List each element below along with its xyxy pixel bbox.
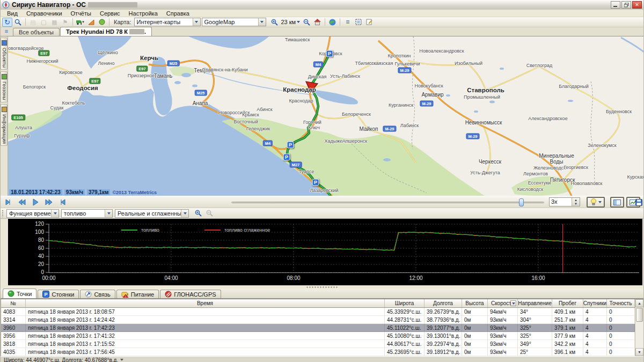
bottom-tab-4[interactable]: ГЛОНАСС/GPS [160, 290, 221, 298]
column-header-7[interactable]: Пробег [552, 299, 583, 307]
table-row[interactable]: 3818пятница 18 января 2013 г. 17:15:5244… [1, 340, 635, 348]
column-header-5[interactable]: Скорость [488, 299, 518, 307]
column-header-1[interactable]: Время [26, 299, 385, 307]
chevron-down-icon[interactable] [258, 18, 266, 26]
column-header-6[interactable]: Направление [518, 299, 552, 307]
map-info-overlay: 18.01.2013 17:42:23 93км/ч 379,1км ©2013… [9, 189, 157, 195]
skip-start-button[interactable] [3, 197, 14, 207]
spin-down-icon[interactable]: ▼ [572, 202, 580, 206]
panel-layout-button[interactable] [610, 197, 624, 208]
map-view[interactable]: ТимашевскКореновскКропоткинГулькевичиКав… [8, 36, 643, 196]
clear-icon[interactable]: ▦ [49, 18, 60, 27]
parking-marker[interactable]: P [287, 142, 294, 149]
flag-icon[interactable]: ⚑ [60, 18, 70, 27]
column-header-3[interactable]: Долгота [425, 299, 462, 307]
menu-item-3[interactable]: Сервис [96, 10, 125, 17]
edit-icon[interactable] [364, 18, 374, 27]
chart-mode-combo[interactable]: Функция времени [6, 209, 59, 218]
menu-item-1[interactable]: Справочники [22, 10, 67, 17]
sort-filter-icon[interactable] [510, 300, 516, 306]
table-row[interactable]: 3956пятница 18 января 2013 г. 17:41:3245… [1, 332, 635, 340]
table-row[interactable]: 3960пятница 18 января 2013 г. 17:42:2345… [1, 324, 635, 332]
chevron-down-icon[interactable] [105, 210, 112, 217]
zoom-out-icon[interactable] [204, 209, 215, 218]
column-header-9[interactable]: Точность [607, 299, 635, 307]
save-button[interactable] [633, 197, 644, 207]
column-header-4[interactable]: Высота [462, 299, 488, 307]
chevron-down-icon[interactable] [181, 210, 188, 217]
search-icon[interactable] [13, 18, 23, 27]
chart-values-combo[interactable]: Реальные и сглаженные значени [115, 209, 189, 218]
close-button[interactable]: ✕ [632, 1, 642, 9]
bottom-tab-0[interactable]: Точки [3, 289, 36, 298]
cell: 39.18912°в.д. [425, 348, 462, 356]
select-frame-icon[interactable] [353, 18, 363, 27]
zoom-out-icon[interactable] [302, 18, 312, 27]
cell: 0 [607, 316, 635, 324]
minimize-button[interactable] [611, 1, 620, 9]
scrollbar-thumb[interactable] [636, 308, 643, 322]
side-tab-0[interactable]: Объекты [1, 38, 8, 70]
slider-track[interactable] [231, 202, 544, 203]
home-icon[interactable] [312, 18, 323, 27]
parking-marker[interactable]: P [312, 179, 319, 186]
bottom-tab-1[interactable]: PСтоянки [38, 290, 79, 298]
slider-thumb[interactable] [519, 198, 524, 206]
restore-button[interactable] [621, 1, 631, 9]
table-scrollbar[interactable]: ▲ ▼ [635, 299, 643, 356]
scroll-up-icon[interactable]: ▲ [635, 299, 643, 307]
parking-marker[interactable]: P [283, 154, 290, 161]
playback-speed-spinner[interactable]: 3x ▲▼ [549, 197, 580, 206]
menu-item-5[interactable]: Справка [162, 10, 194, 17]
legend-icon[interactable]: ≡ [342, 18, 353, 27]
layers-icon[interactable]: ▤ [28, 18, 38, 27]
table-row[interactable]: 4035пятница 18 января 2013 г. 17:56:4545… [1, 348, 635, 356]
scroll-down-icon[interactable]: ▼ [635, 348, 643, 356]
menu-item-2[interactable]: Отчёты [67, 10, 96, 17]
chevron-down-icon[interactable] [51, 210, 58, 217]
map-provider-combo[interactable]: GoogleMap [202, 18, 266, 26]
doc-tab-0[interactable]: Все объекты [13, 28, 60, 36]
skip-end-button[interactable] [56, 197, 68, 207]
toolbar-grip[interactable] [2, 210, 4, 217]
chevron-down-icon[interactable] [297, 21, 300, 23]
play-button[interactable] [30, 197, 41, 207]
map-source-combo[interactable]: Интернет-карты [134, 18, 201, 26]
lamp-split-button[interactable] [587, 197, 605, 208]
tab-list-icon[interactable]: ≡ [3, 28, 10, 35]
fuel-chart[interactable]: 02040608010012000:0004:0008:0012:0016:00… [1, 219, 644, 285]
menu-item-4[interactable]: Настройка [125, 10, 162, 17]
column-header-8[interactable]: Спутники [583, 299, 607, 307]
side-tab-1[interactable]: Геозоны [1, 71, 8, 102]
cell: 39.12077°в.д. [425, 324, 462, 332]
chevron-down-icon[interactable] [193, 18, 200, 26]
globe-icon[interactable] [327, 18, 338, 27]
fast-forward-button[interactable] [43, 197, 55, 207]
parking-marker[interactable]: P [326, 50, 333, 57]
measure-icon[interactable] [86, 18, 96, 27]
column-header-2[interactable]: Широта [385, 299, 425, 307]
chevron-down-icon[interactable] [598, 201, 602, 203]
chevron-down-icon[interactable] [120, 359, 123, 361]
column-header-0[interactable]: № [1, 299, 26, 307]
side-tab-2[interactable]: Информация [1, 104, 8, 146]
select-region-icon[interactable]: ▢ [39, 18, 49, 27]
zoom-in-icon[interactable] [269, 18, 280, 27]
nature-icon[interactable] [97, 18, 107, 27]
bottom-tab-2[interactable]: Связь [80, 290, 115, 298]
rewind-button[interactable] [16, 197, 28, 207]
chart-parameter-combo[interactable]: топливо [61, 209, 113, 218]
cell: 0 [607, 340, 635, 348]
doc-tab-1[interactable]: Трек Hyundai HD 78 К. [60, 27, 152, 36]
vehicle-icon[interactable]: ▼ [75, 18, 85, 27]
refresh-icon[interactable]: ↻ [2, 18, 12, 27]
zoom-in-icon[interactable] [193, 209, 203, 218]
spin-up-icon[interactable]: ▲ [572, 198, 580, 202]
timeline-slider[interactable] [231, 197, 544, 207]
bottom-tab-3[interactable]: !Питание [116, 290, 159, 298]
menu-item-0[interactable]: Вид [3, 10, 22, 17]
table-row[interactable]: 3314пятница 18 января 2013 г. 14:24:4244… [1, 316, 635, 324]
table-row[interactable]: 4083пятница 18 января 2013 г. 18:08:5745… [1, 308, 635, 316]
toolbar-separator [340, 18, 340, 26]
map-zoom-combo[interactable]: 23 км [280, 19, 302, 25]
